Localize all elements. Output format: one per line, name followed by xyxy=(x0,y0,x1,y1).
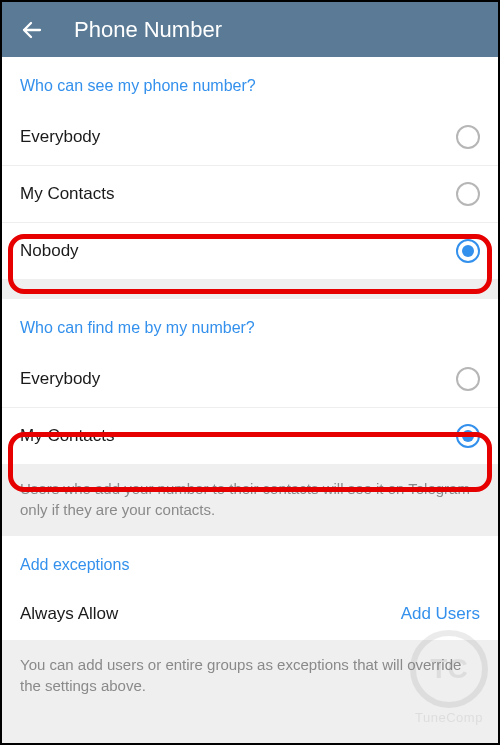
option-label: Everybody xyxy=(20,127,100,147)
section-who-can-find: Who can find me by my number? Everybody … xyxy=(2,299,498,464)
radio-icon xyxy=(456,424,480,448)
section-title: Who can find me by my number? xyxy=(2,299,498,351)
watermark-text: TuneComp xyxy=(410,710,488,725)
exception-label: Always Allow xyxy=(20,604,118,624)
section-title: Who can see my phone number? xyxy=(2,57,498,109)
option-label: Nobody xyxy=(20,241,79,261)
section-footer: You can add users or entire groups as ex… xyxy=(2,640,498,712)
radio-icon xyxy=(456,367,480,391)
section-title: Add exceptions xyxy=(2,536,498,588)
section-footer: Users who add your number to their conta… xyxy=(2,464,498,536)
option-label: My Contacts xyxy=(20,426,114,446)
section-gap xyxy=(2,279,498,299)
option-my-contacts[interactable]: My Contacts xyxy=(2,165,498,222)
option-everybody[interactable]: Everybody xyxy=(2,351,498,407)
option-label: My Contacts xyxy=(20,184,114,204)
radio-icon xyxy=(456,239,480,263)
option-everybody[interactable]: Everybody xyxy=(2,109,498,165)
radio-icon xyxy=(456,125,480,149)
add-users-button[interactable]: Add Users xyxy=(401,604,480,624)
page-title: Phone Number xyxy=(74,17,222,43)
app-header: Phone Number xyxy=(2,2,498,57)
option-nobody[interactable]: Nobody xyxy=(2,222,498,279)
app-frame: Phone Number Who can see my phone number… xyxy=(0,0,500,745)
option-label: Everybody xyxy=(20,369,100,389)
section-who-can-see: Who can see my phone number? Everybody M… xyxy=(2,57,498,279)
option-my-contacts[interactable]: My Contacts xyxy=(2,407,498,464)
exception-row: Always Allow Add Users xyxy=(2,588,498,640)
back-icon[interactable] xyxy=(18,16,46,44)
section-exceptions: Add exceptions Always Allow Add Users xyxy=(2,536,498,640)
radio-icon xyxy=(456,182,480,206)
